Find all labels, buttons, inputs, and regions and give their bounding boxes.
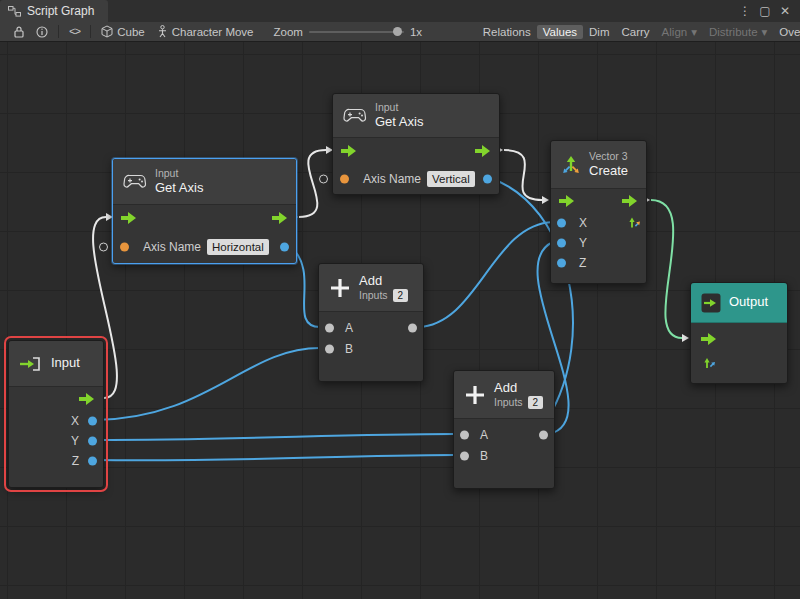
sum-out-port[interactable] xyxy=(539,430,548,439)
axis-name-label: Axis Name xyxy=(363,172,421,186)
y-out-port[interactable] xyxy=(88,437,97,446)
port-a-label: A xyxy=(480,428,488,442)
node-category: Vector 3 xyxy=(589,150,628,163)
port-a-label: A xyxy=(345,321,353,335)
zoom-slider[interactable] xyxy=(309,31,404,33)
graph-toolbar: <> Cube Character Move Zoom 1x Relations… xyxy=(0,22,800,42)
flow-out-port[interactable] xyxy=(79,393,95,405)
gamepad-icon xyxy=(123,174,147,189)
node-get-axis-horizontal[interactable]: Input Get Axis Axis Name Horizontal xyxy=(112,158,297,264)
values-button[interactable]: Values xyxy=(537,25,583,39)
node-title: Get Axis xyxy=(155,180,203,196)
value-out-port[interactable] xyxy=(280,243,289,252)
x-in-port[interactable] xyxy=(557,219,566,228)
flow-in-port[interactable] xyxy=(341,145,357,157)
carry-button[interactable]: Carry xyxy=(615,25,655,39)
vector-out-port[interactable] xyxy=(628,217,641,230)
zoom-value: 1x xyxy=(410,26,422,38)
tab-script-graph[interactable]: Script Graph xyxy=(0,0,108,22)
inputs-count-field[interactable]: 2 xyxy=(393,289,409,302)
flow-in-port[interactable] xyxy=(559,195,575,207)
character-icon xyxy=(157,25,168,38)
script-graph-window: Script Graph ⋮ ▢ ✕ <> xyxy=(0,0,800,599)
edit-source-icon[interactable]: <> xyxy=(63,25,86,39)
node-title: Add xyxy=(359,273,408,289)
node-title: Create xyxy=(589,163,628,179)
inputs-label: Inputs xyxy=(359,289,388,302)
node-title: Output xyxy=(729,294,768,310)
tab-bar: Script Graph ⋮ ▢ ✕ xyxy=(0,0,800,22)
info-icon[interactable] xyxy=(30,25,54,39)
toolbar-divider xyxy=(58,25,59,38)
close-icon[interactable]: ✕ xyxy=(776,4,794,18)
z-in-port[interactable] xyxy=(557,259,566,268)
relations-button[interactable]: Relations xyxy=(477,25,537,39)
axis-name-field[interactable]: Horizontal xyxy=(207,239,269,255)
node-title: Get Axis xyxy=(375,114,423,130)
graph-input-icon xyxy=(19,356,43,372)
node-add-first[interactable]: Add Inputs 2 A B xyxy=(318,263,424,382)
breadcrumb-cube-label: Cube xyxy=(117,26,145,38)
z-label: Z xyxy=(579,256,586,270)
zoom-label: Zoom xyxy=(274,26,303,38)
sum-out-port[interactable] xyxy=(408,323,417,332)
x-label: X xyxy=(579,216,587,230)
node-add-second[interactable]: Add Inputs 2 A B xyxy=(453,370,555,489)
port-b-in[interactable] xyxy=(325,344,334,353)
node-vector3-create[interactable]: Vector 3 Create X xyxy=(550,140,647,284)
port-b-in[interactable] xyxy=(460,451,469,460)
node-graph-output[interactable]: Output xyxy=(690,282,788,384)
axis-name-port[interactable] xyxy=(120,243,129,252)
tab-title: Script Graph xyxy=(27,4,94,18)
y-in-port[interactable] xyxy=(557,239,566,248)
inputs-count-field[interactable]: 2 xyxy=(528,396,544,409)
value-out-port[interactable] xyxy=(483,175,492,184)
port-a-in[interactable] xyxy=(460,430,469,439)
chevron-down-icon: ▾ xyxy=(691,25,697,39)
flow-out-port[interactable] xyxy=(272,212,288,224)
axis-name-label: Axis Name xyxy=(143,240,201,254)
port-b-label: B xyxy=(480,449,488,463)
breadcrumb-cube[interactable]: Cube xyxy=(95,24,151,39)
lock-icon[interactable] xyxy=(8,25,30,39)
vector-in-port[interactable] xyxy=(703,357,716,370)
menu-icon[interactable]: ⋮ xyxy=(736,4,754,18)
axis-name-field[interactable]: Vertical xyxy=(427,171,475,187)
z-out-port[interactable] xyxy=(88,457,97,466)
node-title: Add xyxy=(494,380,543,396)
toolbar-divider xyxy=(90,25,91,38)
breadcrumb-graph-label: Character Move xyxy=(172,26,254,38)
plus-icon xyxy=(329,277,351,299)
flow-out-port[interactable] xyxy=(622,195,638,207)
gamepad-icon xyxy=(343,108,367,123)
node-get-axis-vertical[interactable]: Input Get Axis Axis Name Vertical xyxy=(332,93,500,195)
align-dropdown[interactable]: Align ▾ xyxy=(656,24,703,40)
exposed-port[interactable] xyxy=(319,175,328,184)
exposed-port[interactable] xyxy=(99,243,108,252)
port-a-in[interactable] xyxy=(325,323,334,332)
breadcrumb-character-move[interactable]: Character Move xyxy=(151,24,260,39)
zoom-slider-thumb[interactable] xyxy=(393,27,402,36)
y-label: Y xyxy=(71,434,79,448)
node-category: Input xyxy=(155,167,203,180)
port-b-label: B xyxy=(345,342,353,356)
overview-button[interactable]: Overv xyxy=(773,25,800,39)
flow-out-port[interactable] xyxy=(475,145,491,157)
z-label: Z xyxy=(72,454,79,468)
vector3-icon xyxy=(561,155,581,175)
y-label: Y xyxy=(579,236,587,250)
dim-button[interactable]: Dim xyxy=(583,25,615,39)
axis-name-port[interactable] xyxy=(340,175,349,184)
distribute-dropdown[interactable]: Distribute ▾ xyxy=(703,24,773,40)
cube-icon xyxy=(101,25,113,38)
x-label: X xyxy=(71,414,79,428)
maximize-icon[interactable]: ▢ xyxy=(756,4,774,18)
node-category: Input xyxy=(375,101,423,114)
graph-output-icon xyxy=(701,293,721,313)
flow-in-port[interactable] xyxy=(121,212,137,224)
toolbar-right-group: Relations Values Dim Carry Align ▾ Distr… xyxy=(477,24,800,40)
inputs-label: Inputs xyxy=(494,396,523,409)
node-graph-input[interactable]: Input X Y Z xyxy=(8,340,104,488)
x-out-port[interactable] xyxy=(88,417,97,426)
flow-in-port[interactable] xyxy=(701,333,717,345)
